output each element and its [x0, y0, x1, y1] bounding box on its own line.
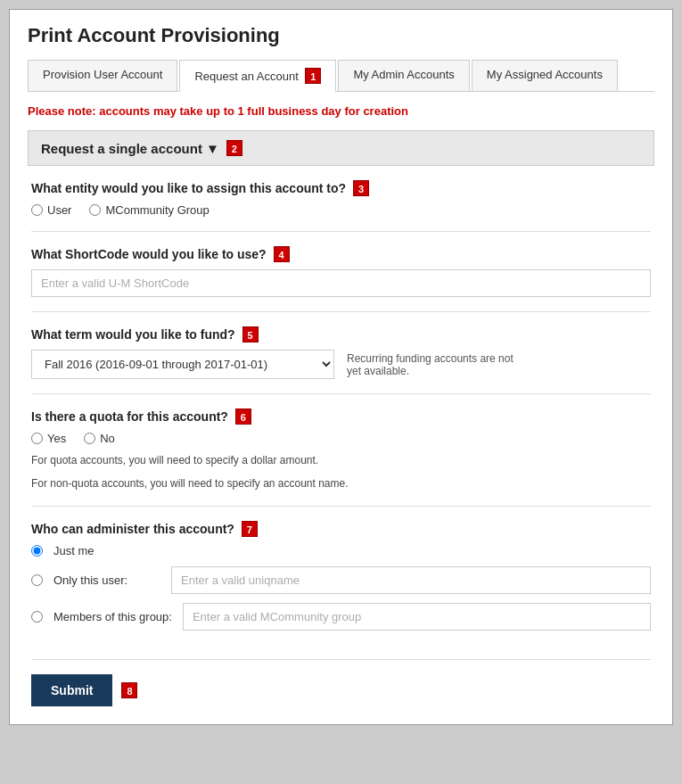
admin-label: Who can administer this account? 7	[31, 521, 651, 537]
quota-option-no[interactable]: No	[84, 432, 115, 445]
term-label: What term would you like to fund? 5	[31, 326, 651, 342]
admin-radio-group[interactable]	[31, 611, 43, 623]
quota-badge: 6	[235, 409, 251, 425]
admin-label-group: Members of this group:	[53, 610, 172, 623]
entity-radio-user[interactable]	[31, 204, 43, 216]
shortcode-input[interactable]	[31, 269, 651, 297]
tab-request[interactable]: Request an Account 1	[179, 60, 336, 92]
admin-options: Just me Only this user: Members of this …	[31, 544, 651, 631]
form-section: What entity would you like to assign thi…	[28, 180, 654, 706]
term-select-row: Fall 2016 (2016-09-01 through 2017-01-01…	[31, 350, 651, 379]
page-title: Print Account Provisioning	[28, 24, 654, 47]
entity-option-mcommunity[interactable]: MCommunity Group	[89, 203, 209, 217]
admin-input-uniqname[interactable]	[171, 566, 651, 594]
admin-input-group[interactable]	[183, 603, 651, 631]
tabs-bar: Provision User Account Request an Accoun…	[28, 60, 654, 92]
admin-label-only-user: Only this user:	[53, 574, 160, 587]
entity-group: What entity would you like to assign thi…	[31, 180, 651, 232]
admin-radio-just-me[interactable]	[31, 545, 43, 557]
submit-row: Submit 8	[31, 674, 651, 706]
term-group: What term would you like to fund? 5 Fall…	[31, 326, 651, 394]
term-note: Recurring funding accounts are not yet a…	[347, 352, 525, 377]
term-badge: 5	[242, 326, 259, 342]
quota-radio-no[interactable]	[84, 433, 95, 444]
admin-row-just-me: Just me	[31, 544, 651, 557]
admin-row-group: Members of this group:	[31, 603, 651, 631]
quota-label: Is there a quota for this account? 6	[31, 409, 651, 425]
quota-radio-group: Yes No	[31, 432, 651, 445]
admin-row-only-user: Only this user:	[31, 566, 651, 594]
admin-badge: 7	[242, 521, 258, 537]
tab-provision[interactable]: Provision User Account	[28, 60, 177, 91]
tab-assigned[interactable]: My Assigned Accounts	[472, 60, 618, 91]
submit-button[interactable]: Submit	[31, 674, 112, 706]
entity-option-user[interactable]: User	[31, 203, 71, 217]
tab-admin[interactable]: My Admin Accounts	[338, 60, 469, 91]
shortcode-group: What ShortCode would you like to use? 4	[31, 246, 651, 312]
submit-badge: 8	[121, 682, 137, 698]
admin-radio-only-user[interactable]	[31, 574, 43, 586]
entity-radio-group: User MCommunity Group	[31, 203, 651, 217]
quota-group: Is there a quota for this account? 6 Yes…	[31, 409, 651, 507]
tab-request-badge: 1	[305, 68, 321, 84]
page-container: Print Account Provisioning Provision Use…	[9, 9, 673, 725]
section-header-badge: 2	[226, 140, 242, 156]
shortcode-label: What ShortCode would you like to use? 4	[31, 246, 651, 262]
quota-option-yes[interactable]: Yes	[31, 432, 66, 445]
notice-text: Please note: accounts may take up to 1 f…	[28, 104, 654, 118]
quota-help-quota: For quota accounts, you will need to spe…	[31, 452, 651, 468]
entity-radio-mcommunity[interactable]	[89, 204, 101, 216]
entity-badge: 3	[353, 180, 369, 196]
section-header: Request a single account ▼ 2	[28, 130, 654, 166]
quota-help-nonquota: For non-quota accounts, you will need to…	[31, 475, 651, 491]
entity-label: What entity would you like to assign thi…	[31, 180, 651, 196]
term-select[interactable]: Fall 2016 (2016-09-01 through 2017-01-01…	[31, 350, 334, 379]
admin-label-just-me: Just me	[53, 544, 160, 557]
quota-radio-yes[interactable]	[31, 433, 43, 444]
shortcode-badge: 4	[274, 246, 290, 262]
admin-group: Who can administer this account? 7 Just …	[31, 521, 651, 660]
